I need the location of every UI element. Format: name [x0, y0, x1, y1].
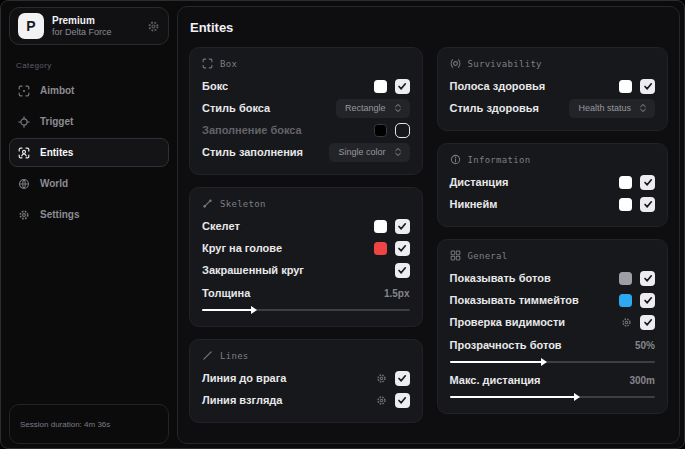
- row-box-enabled: Бокс: [202, 75, 410, 97]
- row-head-circle: Круг на голове: [202, 237, 410, 259]
- sidebar-item-world[interactable]: World: [9, 169, 169, 198]
- main-panel: Entites Box Бокс: [177, 6, 680, 444]
- health-bar-checkbox[interactable]: [640, 79, 655, 94]
- brand-logo: P: [18, 13, 44, 39]
- show-bots-checkbox[interactable]: [640, 271, 655, 286]
- row-box-fill: Заполнение бокса: [202, 119, 410, 141]
- card-title: Lines: [220, 351, 249, 361]
- session-duration-box: Session duration: 4m 36s: [9, 404, 169, 444]
- gear-icon[interactable]: [147, 20, 160, 33]
- sidebar-item-entites[interactable]: Entites: [9, 138, 169, 167]
- row-show-bots: Показывать ботов: [450, 267, 656, 289]
- health-bar-color-swatch[interactable]: [619, 80, 632, 93]
- skeleton-checkbox[interactable]: [395, 219, 410, 234]
- nickname-checkbox[interactable]: [640, 197, 655, 212]
- card-title: Skeleton: [220, 199, 266, 209]
- box-icon: [202, 58, 213, 69]
- health-style-select[interactable]: Health status: [569, 99, 655, 118]
- slider-thumb[interactable]: [541, 358, 547, 366]
- brand-subtitle: for Delta Force: [52, 27, 139, 37]
- card-lines: Lines Линия до врага Линия взгляда: [189, 339, 423, 423]
- gear-icon[interactable]: [621, 317, 632, 328]
- max-distance-slider[interactable]: [450, 396, 656, 398]
- card-title: Box: [220, 59, 237, 69]
- bots-color-swatch[interactable]: [619, 272, 632, 285]
- box-style-value: Rectangle: [345, 103, 386, 113]
- box-fill-checkbox[interactable]: [395, 123, 410, 138]
- box-fill-style-value: Single color: [338, 147, 385, 157]
- card-title: Survivability: [468, 59, 542, 69]
- head-circle-color-swatch[interactable]: [374, 242, 387, 255]
- health-style-value: Health status: [578, 103, 631, 113]
- line-icon: [202, 350, 213, 361]
- sidebar-item-label: Aimbot: [40, 85, 74, 96]
- crosshair-icon: [18, 116, 30, 128]
- chevron-up-down-icon: [393, 147, 403, 157]
- gear-icon: [18, 209, 30, 221]
- skeleton-color-swatch[interactable]: [374, 220, 387, 233]
- head-circle-checkbox[interactable]: [395, 241, 410, 256]
- sidebar-item-trigget[interactable]: Trigget: [9, 107, 169, 136]
- row-health-bar: Полоса здоровья: [450, 75, 656, 97]
- sidebar-item-label: Entites: [40, 147, 73, 158]
- enemy-line-checkbox[interactable]: [395, 371, 410, 386]
- card-box: Box Бокс Стиль бокса Rectangle: [189, 47, 423, 175]
- sidebar-item-label: Settings: [40, 209, 79, 220]
- max-distance-value: 300m: [629, 375, 655, 386]
- card-survivability: Survivability Полоса здоровья Стиль здор…: [437, 47, 669, 131]
- globe-icon: [18, 178, 30, 190]
- show-teammates-checkbox[interactable]: [640, 293, 655, 308]
- teammates-color-swatch[interactable]: [619, 294, 632, 307]
- card-general: General Показывать ботов Показывать тимм…: [437, 239, 669, 414]
- slider-thumb[interactable]: [574, 393, 580, 401]
- box-color-swatch[interactable]: [374, 80, 387, 93]
- brand-card: P Premium for Delta Force: [9, 7, 169, 45]
- view-line-checkbox[interactable]: [395, 393, 410, 408]
- box-fill-style-select[interactable]: Single color: [329, 143, 409, 162]
- row-box-fill-style: Стиль заполнения Single color: [202, 141, 410, 163]
- visibility-check-checkbox[interactable]: [640, 315, 655, 330]
- card-title: Information: [468, 155, 531, 165]
- bot-opacity-slider[interactable]: [450, 361, 656, 363]
- card-skeleton: Skeleton Скелет Круг на голове: [189, 187, 423, 327]
- row-bot-opacity: Прозрачность ботов 50%: [450, 336, 656, 363]
- filled-circle-checkbox[interactable]: [395, 263, 410, 278]
- gear-icon[interactable]: [376, 395, 387, 406]
- gear-icon[interactable]: [376, 373, 387, 384]
- card-title: General: [468, 251, 508, 261]
- page-title: Entites: [190, 20, 668, 35]
- scan-icon: [18, 85, 30, 97]
- grid-icon: [450, 250, 461, 261]
- row-nickname: Никнейм: [450, 193, 656, 215]
- bone-icon: [202, 198, 213, 209]
- box-fill-color-swatch[interactable]: [374, 124, 387, 137]
- thickness-slider[interactable]: [202, 309, 410, 311]
- row-skeleton-enabled: Скелет: [202, 215, 410, 237]
- nickname-color-swatch[interactable]: [619, 198, 632, 211]
- box-enabled-checkbox[interactable]: [395, 79, 410, 94]
- row-thickness: Толщина 1.5px: [202, 284, 410, 311]
- sidebar: P Premium for Delta Force Category Aimbo…: [1, 1, 177, 448]
- row-health-style: Стиль здоровья Health status: [450, 97, 656, 119]
- slider-thumb[interactable]: [251, 306, 257, 314]
- session-duration-text: Session duration: 4m 36s: [20, 420, 110, 429]
- row-show-teammates: Показывать тиммейтов: [450, 289, 656, 311]
- info-icon: [450, 154, 461, 165]
- category-label: Category: [16, 61, 169, 70]
- box-style-select[interactable]: Rectangle: [336, 99, 410, 118]
- thickness-value: 1.5px: [384, 288, 410, 299]
- sidebar-item-settings[interactable]: Settings: [9, 200, 169, 229]
- bot-opacity-value: 50%: [635, 340, 655, 351]
- row-box-style: Стиль бокса Rectangle: [202, 97, 410, 119]
- row-enemy-line: Линия до врага: [202, 367, 410, 389]
- row-filled-circle: Закрашенный круг: [202, 259, 410, 281]
- chevron-up-down-icon: [393, 103, 403, 113]
- distance-checkbox[interactable]: [640, 175, 655, 190]
- brand-title: Premium: [52, 15, 139, 27]
- row-view-line: Линия взгляда: [202, 389, 410, 411]
- target-icon: [450, 58, 461, 69]
- sidebar-item-aimbot[interactable]: Aimbot: [9, 76, 169, 105]
- row-visibility-check: Проверка видимости: [450, 311, 656, 333]
- row-distance: Дистанция: [450, 171, 656, 193]
- distance-color-swatch[interactable]: [619, 176, 632, 189]
